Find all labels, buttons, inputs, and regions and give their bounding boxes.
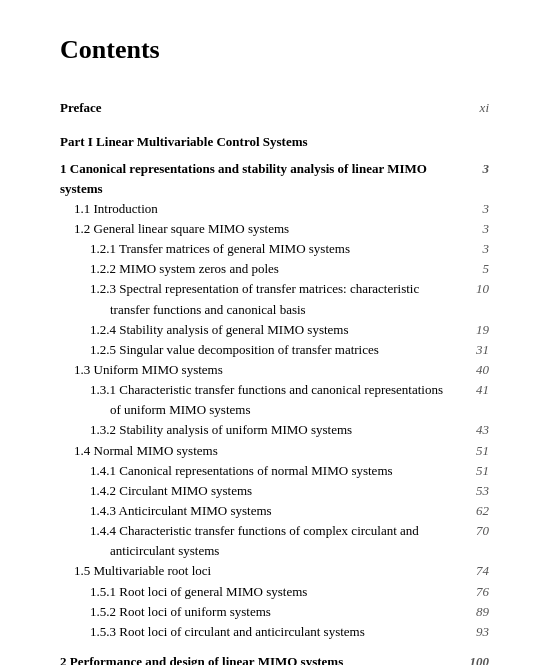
subsection-page: 3	[457, 239, 489, 259]
subsection-entry: 1.4.4 Characteristic transfer functions …	[60, 521, 489, 541]
subsection-entry: 1.4.2 Circulant MIMO systems53	[60, 481, 489, 501]
subsection-label: 1.4.4 Characteristic transfer functions …	[90, 521, 457, 541]
chapter-page: 3	[457, 159, 489, 179]
chapter-entry: 2 Performance and design of linear MIMO …	[60, 652, 489, 665]
section-page: 3	[457, 199, 489, 219]
subsection-page: 89	[457, 602, 489, 622]
subsection-label: 1.5.1 Root loci of general MIMO systems	[90, 582, 457, 602]
subsection-page: 76	[457, 582, 489, 602]
subsection-entry: 1.2.4 Stability analysis of general MIMO…	[60, 320, 489, 340]
subsection-label: 1.5.3 Root loci of circulant and anticir…	[90, 622, 457, 642]
subsection-entry: 1.4.1 Canonical representations of norma…	[60, 461, 489, 481]
subsection-label: 1.5.2 Root loci of uniform systems	[90, 602, 457, 622]
section-label: 1.4 Normal MIMO systems	[74, 441, 457, 461]
section-page: 74	[457, 561, 489, 581]
section-label: 1.1 Introduction	[74, 199, 457, 219]
subsection-entry: 1.2.5 Singular value decomposition of tr…	[60, 340, 489, 360]
subsection-label: 1.2.1 Transfer matrices of general MIMO …	[90, 239, 457, 259]
subsection-entry: 1.2.1 Transfer matrices of general MIMO …	[60, 239, 489, 259]
subsection-page: 41	[457, 380, 489, 400]
subsection-entry: 1.5.1 Root loci of general MIMO systems7…	[60, 582, 489, 602]
subsection-label: 1.4.3 Anticirculant MIMO systems	[90, 501, 457, 521]
subsection-label: 1.3.2 Stability analysis of uniform MIMO…	[90, 420, 457, 440]
section-entry: 1.4 Normal MIMO systems51	[60, 441, 489, 461]
subsection-continuation: transfer functions and canonical basis	[60, 300, 489, 320]
section-entry: 1.1 Introduction3	[60, 199, 489, 219]
subsection-page: 31	[457, 340, 489, 360]
subsection-page: 93	[457, 622, 489, 642]
toc-content: Part I Linear Multivariable Control Syst…	[60, 132, 489, 665]
subsection-continuation: anticirculant systems	[60, 541, 489, 561]
subsection-page: 43	[457, 420, 489, 440]
subsection-page: 10	[457, 279, 489, 299]
preface-row: Preface xi	[60, 98, 489, 118]
subsection-entry: 1.5.2 Root loci of uniform systems89	[60, 602, 489, 622]
section-entry: 1.3 Uniform MIMO systems40	[60, 360, 489, 380]
section-page: 40	[457, 360, 489, 380]
section-label: 1.5 Multivariable root loci	[74, 561, 457, 581]
chapter-entry: 1 Canonical representations and stabilit…	[60, 159, 489, 199]
section-entry: 1.5 Multivariable root loci74	[60, 561, 489, 581]
preface-page: xi	[480, 98, 489, 118]
subsection-label: 1.4.2 Circulant MIMO systems	[90, 481, 457, 501]
subsection-entry: 1.2.3 Spectral representation of transfe…	[60, 279, 489, 299]
subsection-page: 70	[457, 521, 489, 541]
section-entry: 1.2 General linear square MIMO systems3	[60, 219, 489, 239]
subsection-label: 1.2.3 Spectral representation of transfe…	[90, 279, 457, 299]
part-heading: Part I Linear Multivariable Control Syst…	[60, 132, 489, 152]
section-label: 1.3 Uniform MIMO systems	[74, 360, 457, 380]
subsection-entry: 1.2.2 MIMO system zeros and poles5	[60, 259, 489, 279]
subsection-label: 1.2.2 MIMO system zeros and poles	[90, 259, 457, 279]
subsection-page: 53	[457, 481, 489, 501]
section-page: 51	[457, 441, 489, 461]
chapter-label: 1 Canonical representations and stabilit…	[60, 159, 457, 199]
section-page: 3	[457, 219, 489, 239]
chapter-label: 2 Performance and design of linear MIMO …	[60, 652, 457, 665]
subsection-entry: 1.5.3 Root loci of circulant and anticir…	[60, 622, 489, 642]
chapter-page: 100	[457, 652, 489, 665]
subsection-label: 1.2.5 Singular value decomposition of tr…	[90, 340, 457, 360]
subsection-page: 51	[457, 461, 489, 481]
subsection-page: 62	[457, 501, 489, 521]
subsection-page: 19	[457, 320, 489, 340]
subsection-continuation: of uniform MIMO systems	[60, 400, 489, 420]
page-title: Contents	[60, 30, 489, 70]
preface-label: Preface	[60, 98, 102, 118]
subsection-label: 1.2.4 Stability analysis of general MIMO…	[90, 320, 457, 340]
subsection-label: 1.4.1 Canonical representations of norma…	[90, 461, 457, 481]
subsection-page: 5	[457, 259, 489, 279]
subsection-entry: 1.3.2 Stability analysis of uniform MIMO…	[60, 420, 489, 440]
subsection-entry: 1.4.3 Anticirculant MIMO systems62	[60, 501, 489, 521]
section-label: 1.2 General linear square MIMO systems	[74, 219, 457, 239]
subsection-entry: 1.3.1 Characteristic transfer functions …	[60, 380, 489, 400]
subsection-label: 1.3.1 Characteristic transfer functions …	[90, 380, 457, 400]
